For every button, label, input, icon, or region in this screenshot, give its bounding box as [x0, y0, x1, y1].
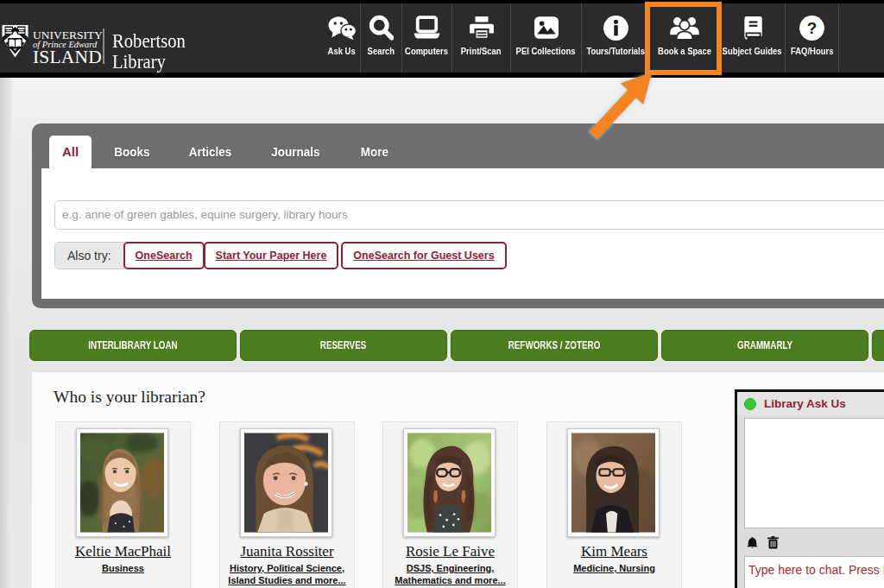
svg-text:?: ? — [807, 19, 818, 37]
